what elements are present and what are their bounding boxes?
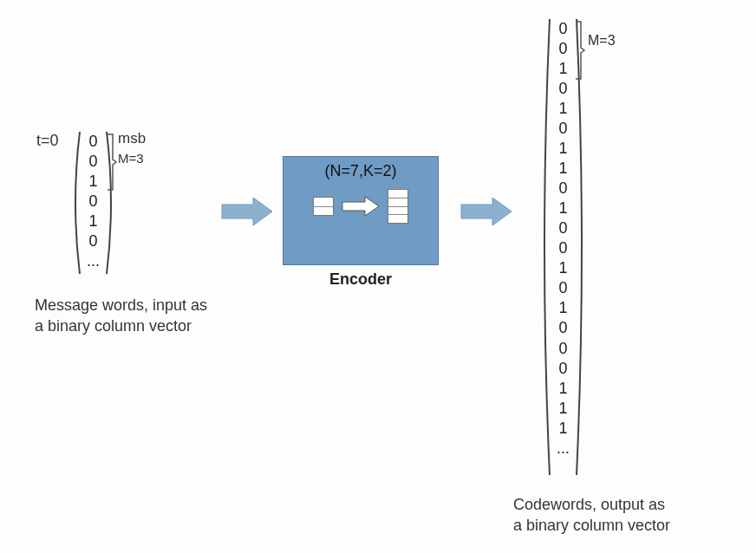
arrow-encode-icon xyxy=(341,195,381,218)
vec-val: 1 xyxy=(557,159,570,179)
vec-val: 1 xyxy=(557,419,570,439)
svg-marker-2 xyxy=(461,198,512,225)
encoder-inner-graphic xyxy=(313,189,408,224)
left-paren-icon xyxy=(538,17,551,477)
vec-val: 1 xyxy=(557,139,570,159)
encoder-block: (N=7,K=2) Encoder xyxy=(283,156,439,265)
vec-val: 0 xyxy=(557,359,570,379)
input-caption: Message words, input as a binary column … xyxy=(35,295,207,337)
caption-line: a binary column vector xyxy=(35,317,192,335)
time-index-label: t=0 xyxy=(36,132,59,150)
encoder-params: (N=7,K=2) xyxy=(324,162,396,180)
left-paren-icon xyxy=(69,130,81,276)
msb-label: msb xyxy=(118,130,146,147)
vec-val: 0 xyxy=(557,39,570,59)
vec-val: 0 xyxy=(87,132,100,152)
output-vector-values: 0 0 1 0 1 0 1 1 0 1 0 0 1 0 1 0 0 0 1 1 xyxy=(551,17,575,460)
output-vector-section: 0 0 1 0 1 0 1 1 0 1 0 0 1 0 1 0 0 0 1 1 xyxy=(538,17,589,477)
m-param-label-input: M=3 xyxy=(118,151,144,166)
brace-icon xyxy=(106,132,118,192)
vec-val: 0 xyxy=(557,19,570,39)
vec-val: 1 xyxy=(557,99,570,119)
input-vector-values: 0 0 1 0 1 0 ... xyxy=(81,130,105,273)
vec-val: 1 xyxy=(87,172,100,192)
vec-val: 0 xyxy=(557,79,570,99)
arrow-right-icon xyxy=(220,194,274,229)
vec-ellipsis: ... xyxy=(557,439,570,459)
vec-ellipsis: ... xyxy=(87,251,100,271)
vec-val: 0 xyxy=(557,119,570,139)
vec-val: 1 xyxy=(87,211,100,231)
m-param-label-output: M=3 xyxy=(588,33,616,49)
vec-val: 0 xyxy=(87,192,100,211)
encoder-diagram: t=0 0 0 1 0 1 0 ... msb M=3 Message wor xyxy=(0,0,756,553)
right-paren-icon xyxy=(575,17,589,477)
vec-val: 0 xyxy=(557,339,570,359)
vec-val: 0 xyxy=(557,218,570,238)
output-caption: Codewords, output as a binary column vec… xyxy=(513,494,670,537)
vec-val: 0 xyxy=(557,318,570,338)
caption-line: Codewords, output as xyxy=(513,496,665,513)
vec-val: 1 xyxy=(557,399,570,419)
input-vector-section: t=0 0 0 1 0 1 0 ... msb M=3 xyxy=(69,130,117,276)
encoder-label: Encoder xyxy=(329,270,392,289)
vec-val: 1 xyxy=(557,59,570,79)
output-column-vector: 0 0 1 0 1 0 1 1 0 1 0 0 1 0 1 0 0 0 1 1 xyxy=(538,17,589,477)
vec-val: 0 xyxy=(557,238,570,258)
vec-val: 0 xyxy=(557,278,570,298)
brace-icon xyxy=(574,19,586,81)
vec-val: 1 xyxy=(557,298,570,318)
caption-line: Message words, input as xyxy=(35,296,207,314)
arrow-right-icon xyxy=(459,194,513,229)
vec-val: 0 xyxy=(87,152,100,172)
vec-val: 0 xyxy=(87,231,100,251)
vec-val: 0 xyxy=(557,179,570,198)
input-block-icon xyxy=(313,197,334,216)
output-block-icon xyxy=(388,189,408,224)
vec-val: 1 xyxy=(557,258,570,278)
vec-val: 1 xyxy=(557,198,570,218)
caption-line: a binary column vector xyxy=(513,517,670,534)
svg-marker-0 xyxy=(222,198,272,225)
svg-marker-1 xyxy=(342,197,379,216)
vec-val: 1 xyxy=(557,379,570,399)
